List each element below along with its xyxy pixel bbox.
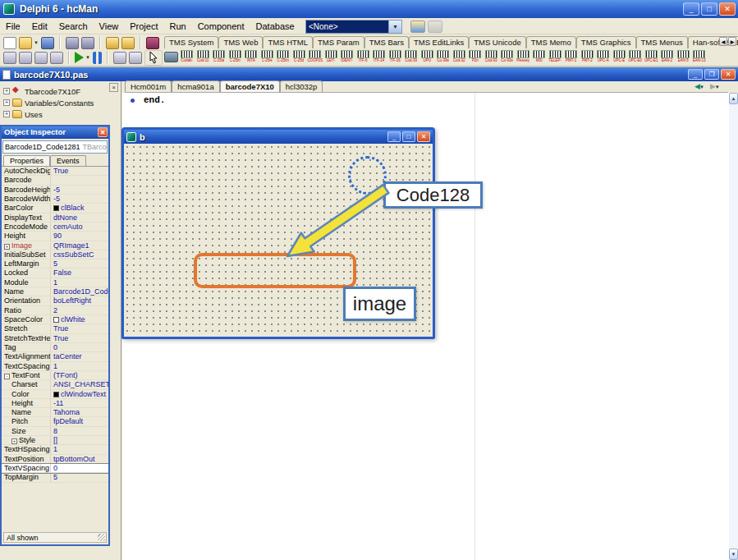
property-value[interactable]: clBlack <box>51 204 108 212</box>
property-row-module[interactable]: Module1 <box>2 278 108 287</box>
property-value[interactable]: 1 <box>51 278 108 287</box>
view-form-icon[interactable] <box>19 52 32 64</box>
tab-events[interactable]: Events <box>50 155 86 166</box>
property-value[interactable]: clWindowText <box>51 390 108 398</box>
property-row-barcode[interactable]: Barcode <box>2 176 108 185</box>
property-row-pitch[interactable]: PitchfpDefault <box>2 417 108 426</box>
scroll-down-icon[interactable]: ▼ <box>729 549 738 560</box>
expand-icon[interactable]: + <box>4 244 10 250</box>
component-plessey[interactable]: Plessey <box>516 50 531 62</box>
component-co-39e[interactable]: Co-39e <box>436 50 451 62</box>
property-value[interactable]: QRImage1 <box>51 241 108 250</box>
open-icon[interactable] <box>19 37 32 49</box>
property-row-textalignment[interactable]: TextAlignmenttaCenter <box>2 352 108 361</box>
palette-tab-tms-unicode[interactable]: TMS Unicode <box>469 36 526 48</box>
save-project-icon[interactable] <box>81 37 94 49</box>
component-cod-32[interactable]: Cod-32 <box>452 50 467 62</box>
property-row-tag[interactable]: Tag0 <box>2 343 108 352</box>
menu-run[interactable]: Run <box>163 20 191 33</box>
barcode-printer-icon[interactable] <box>164 52 178 62</box>
property-row-height[interactable]: Height90 <box>2 232 108 241</box>
dropdown-arrow-icon[interactable]: ▼ <box>34 40 39 45</box>
palette-tab-tms-graphics[interactable]: TMS Graphics <box>576 36 636 48</box>
property-value[interactable]: cssSubSetC <box>51 250 108 259</box>
property-row-height[interactable]: Height-11 <box>2 399 108 408</box>
property-value[interactable]: -5 <box>51 186 108 194</box>
component-cod-11[interactable]: Cod-11 <box>196 50 211 62</box>
component-ean-2[interactable]: EAN-2 <box>660 50 675 62</box>
help-icon[interactable] <box>146 37 159 49</box>
component-pmt-2[interactable]: PMT-2 <box>580 50 595 62</box>
form-titlebar[interactable]: b _ □ ✕ <box>124 130 433 144</box>
editor-scrollbar[interactable]: ▲ ▼ <box>729 93 738 560</box>
property-value[interactable]: (TFont) <box>51 371 108 379</box>
palette-tab-tms-web[interactable]: TMS Web <box>218 36 263 48</box>
add-file-icon[interactable] <box>106 37 119 49</box>
expand-icon[interactable]: + <box>11 438 17 444</box>
unit-close-icon[interactable]: ✕ <box>721 69 736 80</box>
component-upc-a[interactable]: UPC-A <box>596 50 611 62</box>
explorer-close-icon[interactable]: × <box>109 83 118 92</box>
property-row-encodemode[interactable]: EncodeModecemAuto <box>2 223 108 232</box>
property-row-ratio[interactable]: Ratio2 <box>2 306 108 315</box>
close-icon[interactable]: ✕ <box>719 2 736 16</box>
property-value[interactable]: ANSI_CHARSET <box>51 380 108 388</box>
property-row-leftmargin[interactable]: LeftMargin5 <box>2 259 108 269</box>
new-form-icon[interactable] <box>50 52 63 64</box>
scroll-right-icon[interactable]: ▶ <box>728 37 736 46</box>
new-icon[interactable] <box>3 37 16 49</box>
unit-restore-icon[interactable]: ❐ <box>704 69 719 80</box>
property-value[interactable]: 2 <box>51 306 108 314</box>
scroll-left-icon[interactable]: ◀ <box>719 37 727 46</box>
component-c-25d[interactable]: C-25d <box>292 50 307 62</box>
property-value[interactable]: boLeftRight <box>51 296 108 305</box>
property-value[interactable]: 1 <box>51 362 108 370</box>
form-close-icon[interactable]: ✕ <box>417 131 430 142</box>
property-value[interactable]: [] <box>51 436 108 444</box>
editor-tab-barcode7x10[interactable]: barcode7X10 <box>220 80 280 92</box>
explorer-item-tbarcode7x10f[interactable]: +Tbarcode7X10F <box>3 85 94 97</box>
selector-arrow-icon[interactable] <box>144 50 163 66</box>
unit-minimize-icon[interactable]: _ <box>688 69 703 80</box>
form-maximize-icon[interactable]: □ <box>402 131 415 142</box>
component-inta[interactable]: INTA <box>244 50 259 62</box>
pause-icon[interactable] <box>93 52 102 64</box>
property-value[interactable]: True <box>51 167 108 175</box>
component-c-25im[interactable]: C-25im <box>276 50 291 62</box>
property-row-topmargin[interactable]: TopMargin5 <box>2 473 108 482</box>
component-ean-5[interactable]: EAN-5 <box>676 50 691 62</box>
property-value[interactable]: fpDefault <box>51 417 108 425</box>
property-row-textposition[interactable]: TextPositiontpBottomOut <box>2 455 108 464</box>
code-line[interactable]: end. <box>144 95 165 105</box>
menu-view[interactable]: View <box>94 20 125 33</box>
trace-into-icon[interactable] <box>113 52 126 64</box>
explorer-item-uses[interactable]: +Uses <box>3 108 94 120</box>
menu-search[interactable]: Search <box>53 20 94 33</box>
property-value[interactable]: taCenter <box>51 352 108 360</box>
component-upc-e0[interactable]: UPC-E0 <box>628 50 643 62</box>
view-unit-icon[interactable] <box>3 52 16 64</box>
component-itf-14[interactable]: ITF-14 <box>372 50 387 62</box>
palette-tab-tms-system[interactable]: TMS System <box>164 36 218 48</box>
object-inspector-titlebar[interactable]: Object Inspector ✕ <box>2 126 108 139</box>
component-pmt-1[interactable]: PMT-1 <box>564 50 579 62</box>
property-value[interactable]: cemAuto <box>51 223 108 231</box>
property-value[interactable]: clWhite <box>51 315 108 324</box>
property-row-name[interactable]: NameBarcode1D_Code1 <box>2 287 108 296</box>
property-row-locked[interactable]: LockedFalse <box>2 269 108 278</box>
property-row-color[interactable]: ColorclWindowText <box>2 390 108 399</box>
property-value[interactable] <box>51 176 108 184</box>
property-value[interactable]: True <box>51 334 108 342</box>
run-icon[interactable] <box>75 52 84 63</box>
expand-icon[interactable]: + <box>3 111 10 117</box>
editor-tab-hcl3032p[interactable]: hcl3032p <box>280 80 323 92</box>
property-row-textfont[interactable]: -TextFont(TFont) <box>2 371 108 380</box>
component-c-25ia[interactable]: C-25ia <box>212 50 227 62</box>
component-coop2s[interactable]: COOP2S <box>308 50 323 62</box>
property-row-barcodewidth[interactable]: BarcodeWidth-5 <box>2 195 108 204</box>
component-itf-6[interactable]: ITF-6 <box>356 50 371 62</box>
menu-file[interactable]: File <box>0 20 26 33</box>
property-value[interactable]: Tahoma <box>51 408 108 416</box>
property-value[interactable]: 5 <box>51 473 108 481</box>
component-msi[interactable]: MSI <box>532 50 547 62</box>
